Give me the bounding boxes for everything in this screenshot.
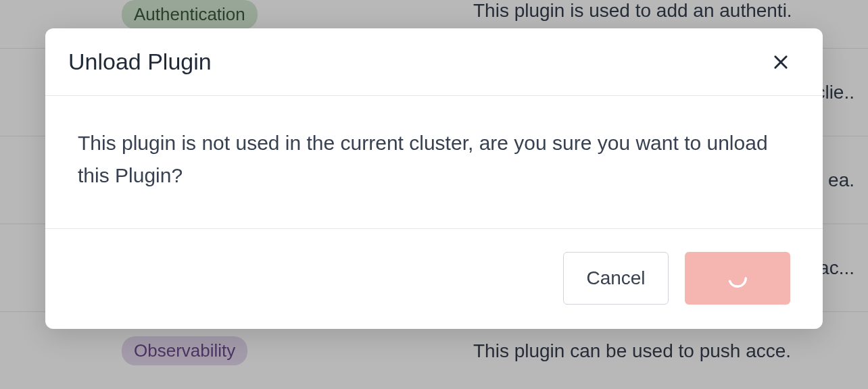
- modal-body-text: This plugin is not used in the current c…: [45, 96, 823, 229]
- modal-header: Unload Plugin: [45, 28, 823, 96]
- modal-overlay[interactable]: Unload Plugin This plugin is not used in…: [0, 0, 868, 389]
- confirm-button[interactable]: [685, 252, 790, 305]
- cancel-button[interactable]: Cancel: [563, 252, 669, 305]
- close-icon: [771, 53, 790, 72]
- modal-title: Unload Plugin: [68, 49, 212, 75]
- loading-spinner-icon: [726, 267, 749, 290]
- unload-plugin-modal: Unload Plugin This plugin is not used in…: [45, 28, 823, 329]
- svg-point-2: [729, 270, 746, 286]
- modal-footer: Cancel: [45, 229, 823, 329]
- close-button[interactable]: [769, 50, 793, 74]
